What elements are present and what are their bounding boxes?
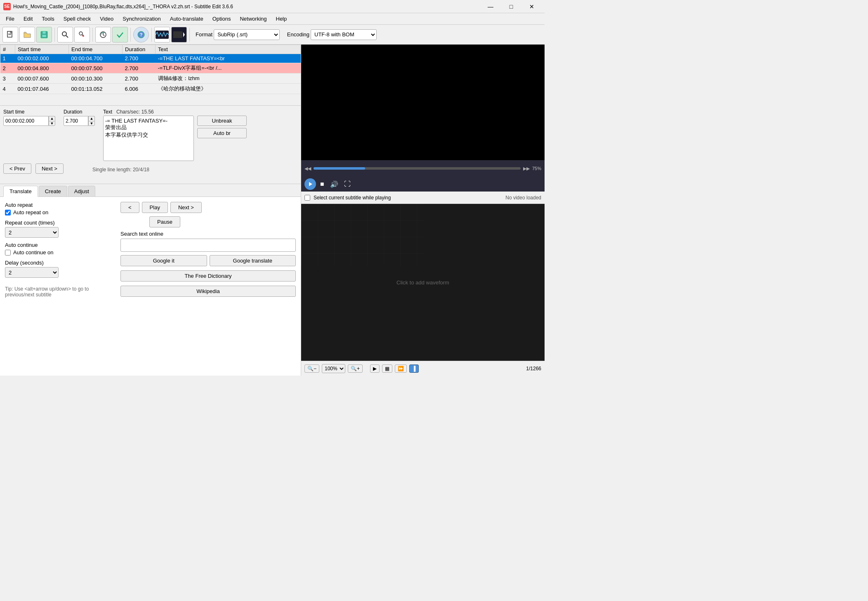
start-time-input[interactable] <box>3 116 49 126</box>
menu-file[interactable]: File <box>2 14 19 23</box>
stop-btn[interactable]: ■ <box>318 179 326 189</box>
row3-duration: 2.700 <box>123 73 156 84</box>
page-count: 1/1266 <box>526 366 541 371</box>
format-label: Format <box>196 31 212 38</box>
prev-player-btn[interactable]: < <box>120 202 139 213</box>
format-select[interactable]: SubRip (.srt) <box>214 29 280 40</box>
tab-content-translate: Auto repeat Auto repeat on Repeat count … <box>0 197 301 376</box>
time-left-indicator: ◀◀ <box>304 166 311 171</box>
delay-select[interactable]: 2 1 3 4 5 <box>5 267 59 278</box>
row3-end: 00:00:10.300 <box>69 73 123 84</box>
help-button[interactable]: ? <box>133 27 149 43</box>
waveform-area[interactable]: Click to add waveform <box>301 204 545 361</box>
time-up-btn[interactable]: ▲ <box>49 116 55 121</box>
titlebar: SE Howl's_Moving_Castle_(2004)_[1080p,Bl… <box>0 0 545 13</box>
search-text-input[interactable] <box>120 239 296 252</box>
play-footer-btn[interactable]: ▶ <box>370 364 380 373</box>
check-button[interactable] <box>112 27 128 43</box>
separator5 <box>189 28 190 42</box>
table-row[interactable]: 3 00:00:07.600 00:00:10.300 2.700 调轴&修改：… <box>0 73 301 84</box>
select-subtitle-label: Select current subtitle while playing <box>314 195 391 201</box>
minimize-button[interactable]: — <box>481 0 500 13</box>
table-row[interactable]: 4 00:01:07.046 00:01:13.052 6.006 《哈尔的移动… <box>0 84 301 94</box>
menu-spellcheck[interactable]: Spell check <box>59 14 95 23</box>
zoom-out-btn[interactable]: 🔍− <box>304 364 319 373</box>
video-button[interactable] <box>171 27 187 43</box>
free-dictionary-btn[interactable]: The Free Dictionary <box>120 270 296 282</box>
menu-synchronization[interactable]: Synchronization <box>118 14 165 23</box>
play-btn[interactable]: Play <box>142 202 168 213</box>
row4-duration: 6.006 <box>123 84 156 94</box>
zoom-select[interactable]: 100% 50% 75% 150% <box>322 364 345 373</box>
volume-btn[interactable]: 🔊 <box>328 179 340 190</box>
row1-start: 00:00:02.000 <box>15 54 69 63</box>
auto-br-button[interactable]: Auto br <box>197 128 247 138</box>
svg-rect-19 <box>301 204 425 266</box>
window-title: Howl's_Moving_Castle_(2004)_[1080p,BluRa… <box>13 4 233 9</box>
find-replace-button[interactable] <box>74 27 90 43</box>
row4-start: 00:01:07.046 <box>15 84 69 94</box>
time-down-btn[interactable]: ▼ <box>49 121 55 126</box>
row1-end: 00:00:04.700 <box>69 54 123 63</box>
search-section: Search text online <box>120 231 296 252</box>
maximize-button[interactable]: □ <box>502 0 521 13</box>
zoom-in-btn[interactable]: 🔍+ <box>348 364 363 373</box>
find-button[interactable] <box>57 27 73 43</box>
separator3 <box>130 28 131 42</box>
google-translate-btn[interactable]: Google translate <box>210 255 296 266</box>
subtitle-text-input[interactable]: -= THE LAST FANTASY=- 荣誉出品 本字幕仅供学习交 <box>103 116 194 161</box>
auto-repeat-label: Auto repeat <box>5 202 112 208</box>
next-player-btn[interactable]: Next > <box>170 202 202 213</box>
time-input-group: ▲ ▼ <box>3 116 55 126</box>
google-it-btn[interactable]: Google it <box>120 255 207 266</box>
bookmark-btn[interactable]: ▐ <box>409 364 419 373</box>
fullscreen-btn[interactable]: ⛶ <box>342 179 352 189</box>
repeat-count-select[interactable]: 2 1 3 4 5 <box>5 227 59 238</box>
auto-repeat-checkbox-label: Auto repeat on <box>13 209 48 215</box>
menu-tools[interactable]: Tools <box>38 14 58 23</box>
open-button[interactable] <box>19 27 35 43</box>
duration-up-btn[interactable]: ▲ <box>88 116 95 121</box>
select-subtitle-checkbox[interactable] <box>304 195 310 201</box>
svg-point-9 <box>79 32 83 35</box>
forward-btn[interactable]: ⏩ <box>395 364 407 373</box>
auto-repeat-checkbox[interactable] <box>5 210 11 215</box>
video-progress-bar[interactable] <box>314 167 521 170</box>
video-progress-fill <box>314 167 365 170</box>
menu-networking[interactable]: Networking <box>236 14 271 23</box>
menu-edit[interactable]: Edit <box>19 14 37 23</box>
subtitle-table-container: # Start time End time Duration Text 1 00… <box>0 45 301 106</box>
tab-create[interactable]: Create <box>39 186 67 196</box>
unbreak-button[interactable]: Unbreak <box>197 116 247 126</box>
encoding-select[interactable]: UTF-8 with BOM <box>311 29 377 40</box>
save-button[interactable] <box>36 27 52 43</box>
duration-group: Duration ▲ ▼ <box>64 109 95 126</box>
prev-button[interactable]: < Prev <box>3 163 31 174</box>
subtitle-table: # Start time End time Duration Text 1 00… <box>0 45 301 94</box>
pause-btn[interactable]: Pause <box>149 216 180 227</box>
next-button[interactable]: Next > <box>35 163 64 174</box>
menu-autotranslate[interactable]: Auto-translate <box>166 14 208 23</box>
menu-help[interactable]: Help <box>272 14 291 23</box>
table-row[interactable]: 2 00:00:04.800 00:00:07.500 2.700 -=TLF-… <box>0 63 301 73</box>
waveform-mode-btn[interactable]: ▦ <box>382 364 392 373</box>
separator1 <box>54 28 55 42</box>
tab-translate[interactable]: Translate <box>3 186 38 197</box>
menu-video[interactable]: Video <box>96 14 118 23</box>
wikipedia-btn[interactable]: Wikipedia <box>120 286 296 297</box>
close-button[interactable]: ✕ <box>522 0 541 13</box>
duration-down-btn[interactable]: ▼ <box>88 121 95 126</box>
col-text: Text <box>156 45 301 54</box>
row3-num: 3 <box>0 73 15 84</box>
table-row[interactable]: 1 00:00:02.000 00:00:04.700 2.700 -=THE … <box>0 54 301 63</box>
tab-adjust[interactable]: Adjust <box>68 186 95 196</box>
play-pause-btn[interactable] <box>304 178 316 190</box>
new-button[interactable] <box>2 27 18 43</box>
menu-options[interactable]: Options <box>208 14 235 23</box>
duration-input[interactable] <box>64 116 88 126</box>
sync-button[interactable] <box>95 27 111 43</box>
waveform-button[interactable] <box>154 27 170 43</box>
row2-text: -=TLF-DivX字幕组=-<br /... <box>156 63 301 73</box>
auto-continue-label: Auto continue <box>5 242 112 248</box>
auto-continue-checkbox[interactable] <box>5 250 11 256</box>
